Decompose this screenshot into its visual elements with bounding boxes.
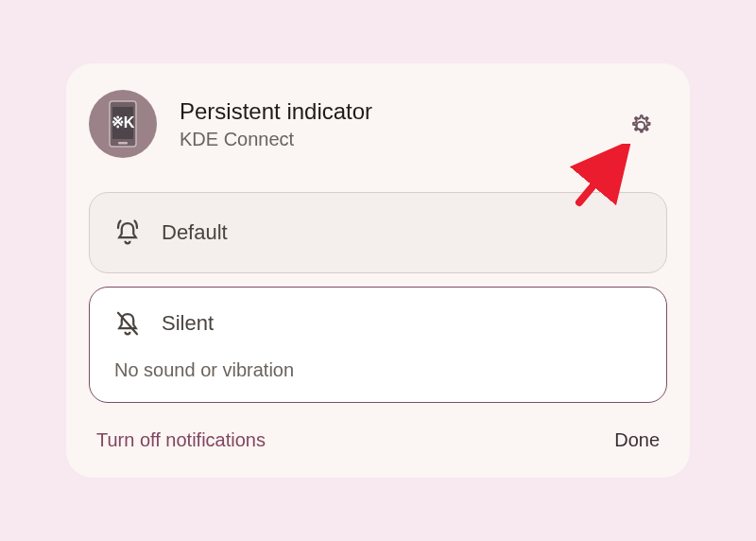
svg-text:※K: ※K xyxy=(112,114,135,131)
svg-rect-2 xyxy=(118,142,128,145)
option-silent-description: No sound or vibration xyxy=(114,359,644,381)
option-row: Silent xyxy=(112,308,644,339)
kde-connect-icon: ※K xyxy=(104,99,142,148)
option-row: Default xyxy=(112,218,644,248)
bell-off-icon xyxy=(112,308,143,339)
dialog-subtitle: KDE Connect xyxy=(180,129,667,150)
gear-icon xyxy=(628,113,653,138)
option-default[interactable]: Default xyxy=(89,192,667,273)
bell-ring-icon xyxy=(112,218,143,248)
dialog-title: Persistent indicator xyxy=(180,98,667,125)
turn-off-button[interactable]: Turn off notifications xyxy=(96,429,266,451)
app-icon: ※K xyxy=(89,90,157,158)
option-silent-label: Silent xyxy=(162,311,214,336)
notification-settings-dialog: ※K Persistent indicator KDE Connect Def xyxy=(66,63,690,478)
dialog-header: ※K Persistent indicator KDE Connect xyxy=(89,90,667,158)
settings-button[interactable] xyxy=(627,113,654,139)
option-silent[interactable]: Silent No sound or vibration xyxy=(89,287,667,403)
done-button[interactable]: Done xyxy=(614,429,660,451)
dialog-footer: Turn off notifications Done xyxy=(89,429,667,451)
header-text-block: Persistent indicator KDE Connect xyxy=(180,98,667,150)
option-default-label: Default xyxy=(162,220,228,245)
